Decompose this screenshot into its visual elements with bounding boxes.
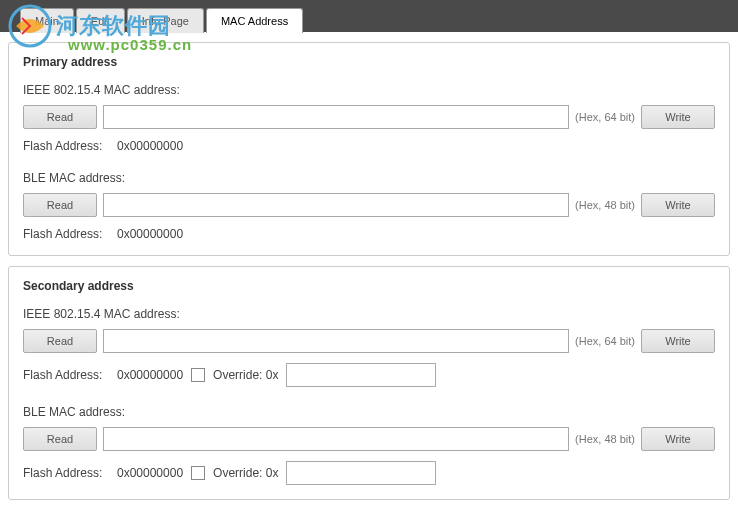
- tab-info-page[interactable]: Info Page: [127, 8, 204, 33]
- secondary-ble-override-label: Override: 0x: [213, 466, 278, 480]
- secondary-ble-override-input[interactable]: [286, 461, 436, 485]
- primary-ble-flash-label: Flash Address:: [23, 227, 109, 241]
- tab-main[interactable]: Main: [20, 8, 74, 33]
- primary-ble-input[interactable]: [103, 193, 569, 217]
- secondary-ble-row: Read (Hex, 48 bit) Write: [23, 427, 715, 451]
- secondary-ble-flash-value: 0x00000000: [117, 466, 183, 480]
- primary-ble-write-button[interactable]: Write: [641, 193, 715, 217]
- secondary-ieee-flash-label: Flash Address:: [23, 368, 109, 382]
- primary-ieee-row: Read (Hex, 64 bit) Write: [23, 105, 715, 129]
- secondary-ble-label: BLE MAC address:: [23, 405, 715, 419]
- secondary-ble-read-button[interactable]: Read: [23, 427, 97, 451]
- secondary-ieee-read-button[interactable]: Read: [23, 329, 97, 353]
- primary-ble-label: BLE MAC address:: [23, 171, 715, 185]
- primary-ieee-input[interactable]: [103, 105, 569, 129]
- secondary-ieee-flash-value: 0x00000000: [117, 368, 183, 382]
- primary-ieee-flash-row: Flash Address: 0x00000000: [23, 139, 715, 153]
- tab-edit[interactable]: Edit: [76, 8, 125, 33]
- tab-mac-address[interactable]: MAC Address: [206, 8, 303, 33]
- secondary-ble-override-checkbox[interactable]: [191, 466, 205, 480]
- primary-ieee-read-button[interactable]: Read: [23, 105, 97, 129]
- primary-ble-flash-row: Flash Address: 0x00000000: [23, 227, 715, 241]
- secondary-ble-input[interactable]: [103, 427, 569, 451]
- secondary-title: Secondary address: [23, 279, 715, 293]
- secondary-ieee-override-label: Override: 0x: [213, 368, 278, 382]
- secondary-ble-hint: (Hex, 48 bit): [575, 433, 635, 445]
- secondary-ieee-write-button[interactable]: Write: [641, 329, 715, 353]
- secondary-ieee-label: IEEE 802.15.4 MAC address:: [23, 307, 715, 321]
- primary-ieee-hint: (Hex, 64 bit): [575, 111, 635, 123]
- secondary-ieee-hint: (Hex, 64 bit): [575, 335, 635, 347]
- secondary-ble-flash-row: Flash Address: 0x00000000 Override: 0x: [23, 461, 715, 485]
- tab-bar: Main Edit Info Page MAC Address: [0, 0, 738, 32]
- primary-ieee-label: IEEE 802.15.4 MAC address:: [23, 83, 715, 97]
- primary-ieee-write-button[interactable]: Write: [641, 105, 715, 129]
- primary-address-group: Primary address IEEE 802.15.4 MAC addres…: [8, 42, 730, 256]
- primary-ble-hint: (Hex, 48 bit): [575, 199, 635, 211]
- primary-ble-row: Read (Hex, 48 bit) Write: [23, 193, 715, 217]
- content-area: Primary address IEEE 802.15.4 MAC addres…: [0, 32, 738, 508]
- secondary-ieee-override-checkbox[interactable]: [191, 368, 205, 382]
- secondary-ieee-flash-row: Flash Address: 0x00000000 Override: 0x: [23, 363, 715, 387]
- primary-ieee-flash-label: Flash Address:: [23, 139, 109, 153]
- secondary-ieee-row: Read (Hex, 64 bit) Write: [23, 329, 715, 353]
- secondary-ieee-override-input[interactable]: [286, 363, 436, 387]
- primary-ieee-flash-value: 0x00000000: [117, 139, 183, 153]
- secondary-ble-write-button[interactable]: Write: [641, 427, 715, 451]
- primary-ble-read-button[interactable]: Read: [23, 193, 97, 217]
- secondary-ieee-input[interactable]: [103, 329, 569, 353]
- primary-title: Primary address: [23, 55, 715, 69]
- secondary-address-group: Secondary address IEEE 802.15.4 MAC addr…: [8, 266, 730, 500]
- primary-ble-flash-value: 0x00000000: [117, 227, 183, 241]
- secondary-ble-flash-label: Flash Address:: [23, 466, 109, 480]
